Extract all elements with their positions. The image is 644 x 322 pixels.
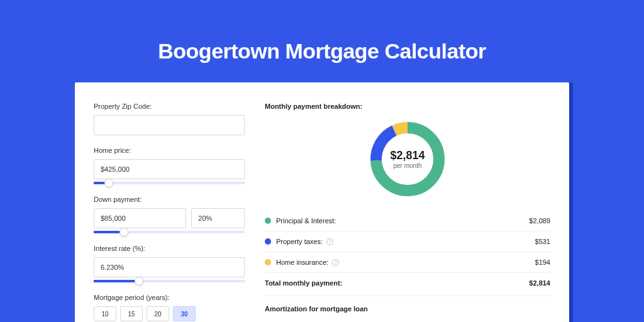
period-option-15[interactable]: 15	[120, 306, 143, 321]
interest-rate-slider[interactable]	[94, 280, 245, 282]
interest-rate-label: Interest rate (%):	[94, 245, 245, 252]
info-icon[interactable]: ?	[332, 259, 339, 266]
breakdown-row: Home insurance:?$194	[265, 252, 550, 272]
breakdown-value: $531	[535, 238, 550, 245]
breakdown-row: Principal & Interest:$2,089	[265, 211, 550, 231]
donut-center-amount: $2,814	[390, 149, 425, 162]
breakdown-label: Property taxes:?	[276, 238, 535, 245]
donut-center-period: per month	[393, 162, 421, 169]
home-price-label: Home price:	[94, 147, 245, 154]
period-label: Mortgage period (years):	[94, 294, 245, 301]
form-column: Property Zip Code: Home price: Down paym…	[94, 103, 245, 322]
breakdown-title: Monthly payment breakdown:	[265, 103, 550, 110]
down-payment-input[interactable]	[94, 208, 186, 228]
breakdown-value: $2,089	[529, 217, 550, 225]
period-option-30[interactable]: 30	[173, 306, 196, 321]
legend-dot	[265, 238, 271, 245]
down-payment-label: Down payment:	[94, 196, 245, 203]
info-icon[interactable]: ?	[326, 238, 333, 245]
page-title: Boogertown Mortgage Calculator	[0, 0, 644, 82]
payment-donut-chart: $2,814 per month	[367, 119, 448, 199]
down-payment-pct-input[interactable]	[191, 208, 245, 228]
breakdown-column: Monthly payment breakdown: $2,814 per mo…	[265, 103, 550, 322]
interest-rate-input[interactable]	[94, 257, 245, 277]
breakdown-label: Home insurance:?	[276, 258, 535, 266]
total-label: Total monthly payment:	[265, 279, 529, 287]
legend-dot	[265, 218, 271, 224]
down-payment-slider[interactable]	[94, 231, 245, 233]
breakdown-row: Property taxes:?$531	[265, 231, 550, 252]
breakdown-label: Principal & Interest:	[276, 217, 529, 225]
period-options: 10152030	[94, 306, 245, 321]
period-option-10[interactable]: 10	[94, 306, 116, 321]
zip-label: Property Zip Code:	[94, 103, 245, 110]
breakdown-total-row: Total monthly payment:$2,814	[265, 272, 550, 293]
legend-dot	[265, 259, 271, 265]
home-price-slider[interactable]	[94, 182, 245, 184]
zip-input[interactable]	[94, 115, 245, 135]
period-option-20[interactable]: 20	[147, 306, 169, 321]
calculator-card: Property Zip Code: Home price: Down paym…	[75, 82, 569, 322]
amortization-title: Amortization for mortgage loan	[265, 305, 550, 313]
home-price-input[interactable]	[94, 159, 245, 179]
total-value: $2,814	[529, 279, 550, 287]
breakdown-value: $194	[535, 258, 550, 266]
